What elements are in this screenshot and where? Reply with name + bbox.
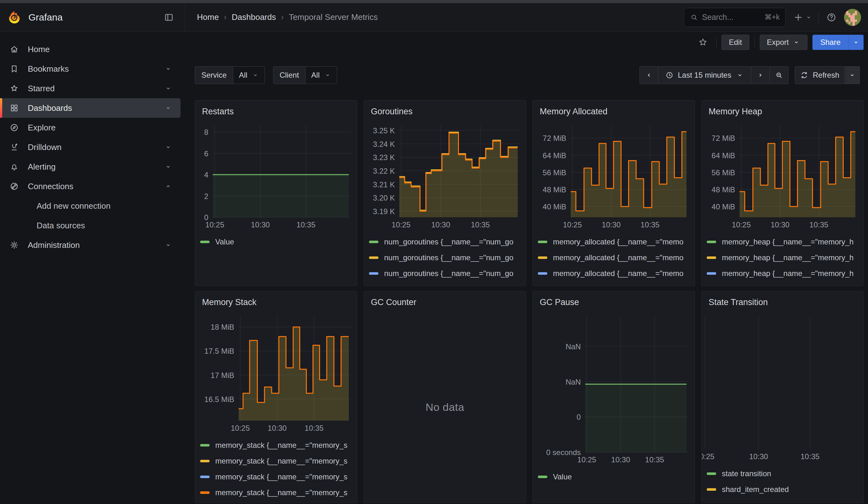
add-new-caret[interactable] <box>803 9 814 25</box>
sidebar-item-drilldown[interactable]: Drilldown <box>0 137 180 157</box>
service-variable: Service All <box>195 66 265 84</box>
svg-text:10:30: 10:30 <box>268 424 287 432</box>
sidebar-item-label: Bookmarks <box>28 64 164 74</box>
panel-title[interactable]: Goroutines <box>371 106 413 117</box>
chevron-down-icon[interactable] <box>164 241 172 249</box>
sidebar-item-dashboards[interactable]: Dashboards <box>0 98 180 118</box>
sidebar-item-explore[interactable]: Explore <box>0 118 180 137</box>
panel-title[interactable]: Memory Stack <box>202 297 257 308</box>
gear-icon <box>9 240 19 250</box>
share-caret[interactable] <box>848 35 864 50</box>
zoom-out-button[interactable] <box>770 66 788 84</box>
legend-item[interactable]: state transition <box>707 469 859 478</box>
sidebar-item-label: Explore <box>28 123 172 133</box>
refresh-interval-caret[interactable] <box>845 66 860 84</box>
sidebar-item-connections[interactable]: Connections <box>0 176 180 196</box>
client-variable-value[interactable]: All <box>306 66 337 84</box>
share-split-button: Share <box>813 35 864 50</box>
legend-item[interactable]: memory_allocated {__name__="memo <box>538 285 690 286</box>
legend-item[interactable]: memory_heap {__name__="memory_h <box>707 269 859 278</box>
svg-text:48 MiB: 48 MiB <box>542 185 566 194</box>
svg-text:56 MiB: 56 MiB <box>542 168 566 177</box>
sidebar-item-alerting[interactable]: Alerting <box>0 157 180 176</box>
chevron-down-icon[interactable] <box>164 143 172 151</box>
sidebar-item-home[interactable]: Home <box>0 40 180 59</box>
help-button[interactable] <box>823 9 840 25</box>
panel-state-transition: State Transition10:2510:3010:35state tra… <box>701 291 864 503</box>
legend-swatch <box>538 475 547 478</box>
header-right: ⌘+k <box>684 8 868 27</box>
breadcrumb-current: Temporal Server Metrics <box>289 12 378 22</box>
panel-title[interactable]: Restarts <box>202 106 234 117</box>
legend-item[interactable]: memory_stack {__name__="memory_s <box>200 441 352 450</box>
panel-title[interactable]: State Transition <box>709 297 768 308</box>
chevron-down-icon[interactable] <box>164 104 172 112</box>
edit-button[interactable]: Edit <box>722 35 749 50</box>
legend-swatch <box>200 475 209 478</box>
new-menu <box>790 9 814 25</box>
search-box[interactable]: ⌘+k <box>684 8 786 27</box>
chevron-down-icon[interactable] <box>164 163 172 171</box>
legend-item[interactable]: memory_heap {__name__="memory_h <box>707 253 859 262</box>
share-button[interactable]: Share <box>813 35 848 50</box>
chart-restarts: 8642010:2510:3010:35 <box>200 126 352 230</box>
chevron-down-icon[interactable] <box>164 65 172 73</box>
export-button[interactable]: Export <box>760 35 807 50</box>
search-icon <box>690 13 698 21</box>
legend-item[interactable]: num_goroutines {__name__="num_go <box>369 237 521 246</box>
legend-item[interactable]: Value <box>538 472 690 481</box>
dock-menu-icon[interactable] <box>161 9 177 25</box>
time-shift-back-button[interactable] <box>640 66 659 84</box>
legend-swatch <box>200 444 209 446</box>
legend-item[interactable]: memory_stack {__name__="memory_s <box>200 457 352 465</box>
panel-goroutines: Goroutines3.25 K3.24 K3.23 K3.22 K3.21 K… <box>364 100 526 286</box>
legend-item[interactable]: memory_stack {__name__="memory_s <box>200 488 352 497</box>
panel-title[interactable]: Memory Allocated <box>540 106 608 117</box>
refresh-button[interactable]: Refresh <box>795 66 845 84</box>
legend-swatch <box>200 491 209 494</box>
legend-item[interactable]: shard_item_created <box>707 485 859 494</box>
service-variable-value[interactable]: All <box>233 66 265 84</box>
favorite-star-button[interactable] <box>695 34 711 51</box>
sidebar-item-data-sources[interactable]: Data sources <box>0 216 180 235</box>
legend-item[interactable]: memory_stack {__name__="memory_s <box>200 472 352 481</box>
legend-item[interactable]: memory_heap {__name__="memory_h <box>707 237 859 246</box>
time-shift-forward-button[interactable] <box>751 66 770 84</box>
avatar[interactable] <box>844 9 861 26</box>
panel-legend: Value <box>538 472 690 481</box>
legend-label: num_goroutines {__name__="num_go <box>384 269 514 278</box>
legend-item[interactable]: memory_allocated {__name__="memo <box>538 253 690 262</box>
sidebar-item-label: Home <box>28 44 172 54</box>
svg-text:10:35: 10:35 <box>471 220 490 229</box>
chevron-down-icon <box>805 14 812 21</box>
refresh-split-button: Refresh <box>795 66 860 84</box>
legend-item[interactable]: num_goroutines {__name__="num_go <box>369 285 521 286</box>
chevron-down-icon[interactable] <box>164 84 172 93</box>
svg-text:72 MiB: 72 MiB <box>711 134 735 142</box>
panel-memory-heap: Memory Heap72 MiB64 MiB56 MiB48 MiB40 Mi… <box>701 100 864 286</box>
sidebar-item-bookmarks[interactable]: Bookmarks <box>0 59 180 79</box>
breadcrumb-home[interactable]: Home <box>197 12 219 22</box>
panel-title[interactable]: Memory Heap <box>709 106 762 117</box>
svg-text:3.21 K: 3.21 K <box>373 180 395 189</box>
breadcrumb: Home › Dashboards › Temporal Server Metr… <box>185 12 684 22</box>
search-input[interactable] <box>702 13 761 22</box>
legend-item[interactable]: num_goroutines {__name__="num_go <box>369 253 521 262</box>
legend-item[interactable]: memory_allocated {__name__="memo <box>538 269 690 278</box>
sidebar-item-starred[interactable]: Starred <box>0 79 180 98</box>
help-icon <box>826 12 836 22</box>
legend-item[interactable]: memory_allocated {__name__="memo <box>538 237 690 246</box>
panel-title[interactable]: GC Pause <box>540 297 579 308</box>
sidebar-item-add-new-connection[interactable]: Add new connection <box>0 196 180 216</box>
legend-item[interactable]: num_goroutines {__name__="num_go <box>369 269 521 278</box>
svg-text:2: 2 <box>204 192 208 200</box>
breadcrumb-dashboards[interactable]: Dashboards <box>232 12 276 22</box>
time-range-picker[interactable]: Last 15 minutes <box>659 66 751 84</box>
panel-title[interactable]: GC Counter <box>371 297 416 308</box>
sidebar-item-administration[interactable]: Administration <box>0 235 180 255</box>
chevron-up-icon[interactable] <box>164 182 172 191</box>
legend-item[interactable]: memory_heap {__name__="memory_h <box>707 285 859 286</box>
header-divider <box>818 12 819 23</box>
legend-item[interactable]: Value <box>200 237 352 246</box>
svg-text:NaN: NaN <box>566 378 581 386</box>
